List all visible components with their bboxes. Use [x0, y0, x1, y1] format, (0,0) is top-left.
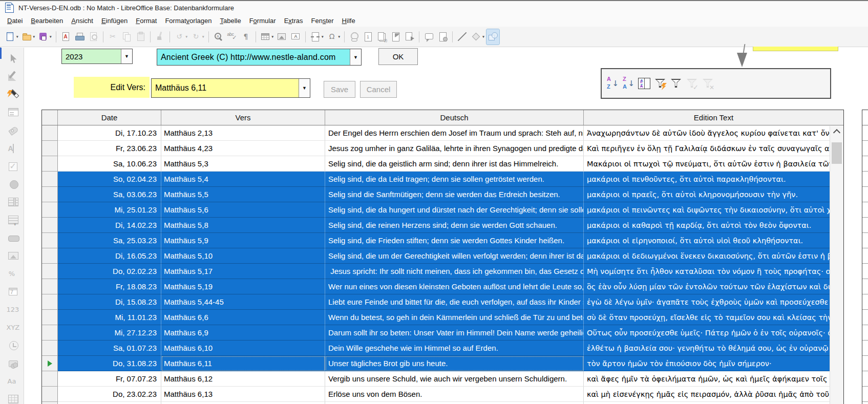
- edition-combo-dropdown-icon[interactable]: ▼: [350, 49, 361, 65]
- formatting-marks-button[interactable]: ¶▾: [240, 29, 252, 45]
- cell-vers[interactable]: Matthäus 6,6: [161, 310, 325, 325]
- wizards-toggle-button[interactable]: [5, 88, 19, 102]
- menu-formatvorlagen[interactable]: Formatvorlagen: [161, 15, 216, 26]
- cell-date[interactable]: Mi, 25.01.23: [58, 202, 161, 218]
- cell-vers[interactable]: Matthäus 4,23: [161, 141, 325, 156]
- insert-table-button[interactable]: ▾: [259, 29, 275, 45]
- header-row-selector[interactable]: [42, 110, 58, 125]
- year-combo[interactable]: 2023 ▼: [61, 49, 133, 64]
- track-changes-button[interactable]: ▾: [436, 29, 449, 45]
- cancel-button[interactable]: Cancel: [360, 81, 397, 98]
- cell-deutsch[interactable]: Vergib uns unsere Schuld, wie auch wir v…: [325, 371, 584, 387]
- verse-combo-dropdown-icon[interactable]: ▼: [299, 79, 310, 97]
- row-selector-cell[interactable]: [42, 387, 58, 402]
- insert-line-button[interactable]: ▾: [456, 29, 469, 45]
- push-button-button[interactable]: [5, 231, 19, 245]
- cell-edition-text[interactable]: ἐγὼ δὲ λέγω ὑμῖν· ἀγαπᾶτε τοὺς ἐχθροὺς ὑ…: [584, 294, 843, 310]
- cell-date[interactable]: Fr, 18.08.23: [58, 279, 161, 294]
- row-selector-cell[interactable]: [42, 156, 58, 172]
- table-row[interactable]: Do, 02.02.23 Matthäus 5,17 Jesus spricht…: [42, 264, 843, 279]
- cell-date[interactable]: Sa, 01.07.23: [58, 341, 161, 356]
- menu-formular[interactable]: Formular: [245, 15, 280, 26]
- row-selector-cell[interactable]: [42, 356, 58, 371]
- table-row[interactable]: So, 02.04.23 Matthäus 5,4 Selig sind, di…: [42, 172, 843, 187]
- cell-date[interactable]: Do, 23.02.23: [58, 387, 161, 402]
- cell-edition-text[interactable]: Μακάριοι οἱ πτωχοὶ τῷ πνεύματι, ὅτι αὐτῶ…: [584, 156, 843, 172]
- row-selector-cell[interactable]: [42, 264, 58, 279]
- cell-vers[interactable]: Matthäus 6,12: [161, 371, 325, 387]
- cell-date[interactable]: Di, 14.02.23: [58, 218, 161, 233]
- year-combo-dropdown-icon[interactable]: ▼: [121, 49, 132, 63]
- cell-date[interactable]: Mi, 27.12.23: [58, 325, 161, 341]
- save-button[interactable]: Save: [324, 81, 355, 98]
- menu-fenster[interactable]: Fenster: [307, 15, 338, 26]
- table-row[interactable]: Do, 23.02.23 Matthäus 6,13 Erlöse uns vo…: [42, 387, 843, 402]
- cell-deutsch[interactable]: Darum sollt ihr so beten: Unser Vater im…: [325, 325, 584, 341]
- dropdown-caret-icon[interactable]: ▾: [482, 35, 484, 39]
- cell-date[interactable]: So, 02.04.23: [58, 172, 161, 187]
- table-row[interactable]: Fr, 07.07.23 Matthäus 6,12 Vergib uns un…: [42, 371, 843, 387]
- cell-date[interactable]: Di, 15.08.23: [58, 294, 161, 310]
- menu-hilfe[interactable]: Hilfe: [338, 15, 359, 26]
- cell-edition-text[interactable]: μακάριοι οἱ πραεῖς, ὅτι αὐτοὶ κληρονομήσ…: [584, 187, 843, 202]
- menu-ansicht[interactable]: Ansicht: [67, 15, 97, 26]
- cell-vers[interactable]: Matthäus 5,17: [161, 264, 325, 279]
- cell-vers[interactable]: Matthäus 6,13: [161, 387, 325, 402]
- dropdown-caret-icon[interactable]: ▾: [33, 35, 35, 39]
- row-selector-cell[interactable]: [42, 310, 58, 325]
- dropdown-caret-icon[interactable]: ▾: [186, 35, 188, 39]
- cell-edition-text[interactable]: μακάριοι οἱ εἰρηνοποιοί, ὅτι αὐτοὶ υἱοὶ …: [584, 233, 843, 248]
- cell-vers[interactable]: Matthäus 5,19: [161, 279, 325, 294]
- menu-extras[interactable]: Extras: [280, 15, 307, 26]
- insert-hyperlink-button[interactable]: ▾: [348, 29, 361, 45]
- undo-button[interactable]: ↺▾: [173, 29, 189, 45]
- row-selector-cell[interactable]: [42, 233, 58, 248]
- cell-edition-text[interactable]: Μὴ νομίσητε ὅτι ἦλθον καταλῦσαι τὸν νόμο…: [584, 264, 843, 279]
- cell-deutsch[interactable]: [325, 402, 584, 404]
- cell-deutsch[interactable]: Jesus zog umher in ganz Galiläa, lehrte …: [325, 141, 584, 156]
- cell-edition-text[interactable]: μακάριοι οἱ καθαροὶ τῇ καρδίᾳ, ὅτι αὐτοὶ…: [584, 218, 843, 233]
- table-row[interactable]: Sa, 25.03.23 Matthäus 5,9 Selig sind, di…: [42, 233, 843, 248]
- sort-descending-button[interactable]: [622, 77, 635, 90]
- cell-vers[interactable]: Matthäus 6,10: [161, 341, 325, 356]
- cell-deutsch[interactable]: Liebt eure Feinde und bittet für die, di…: [325, 294, 584, 310]
- insert-bookmark-button[interactable]: ▾: [389, 29, 402, 45]
- pattern-field-button[interactable]: XYZ: [5, 321, 19, 335]
- row-selector-cell[interactable]: [42, 371, 58, 387]
- row-selector-cell[interactable]: [42, 279, 58, 294]
- table-vertical-scrollbar[interactable]: [830, 126, 843, 404]
- table-row[interactable]: Di, 14.02.23 Matthäus 5,8 Selig sind, di…: [42, 218, 843, 233]
- insert-cross-reference-button[interactable]: ▾: [403, 29, 416, 45]
- cell-vers[interactable]: Matthäus 5,8: [161, 218, 325, 233]
- show-draw-functions-button[interactable]: ▾: [486, 29, 499, 45]
- cell-date[interactable]: Di, 17.10.23: [58, 125, 161, 141]
- ok-button[interactable]: OK: [378, 48, 418, 65]
- print-preview-button[interactable]: ▾: [87, 29, 100, 45]
- table-row[interactable]: Mi, 25.01.23 Matthäus 5,6 Selig sind, di…: [42, 202, 843, 218]
- combo-box-button[interactable]: [5, 213, 19, 227]
- print-button[interactable]: ▾: [73, 29, 86, 45]
- standard-filter-button[interactable]: [669, 77, 683, 90]
- special-character-button[interactable]: Ω▾: [326, 29, 342, 45]
- cell-date[interactable]: [58, 402, 161, 404]
- menu-datei[interactable]: Datei: [3, 15, 27, 26]
- table-row[interactable]: Mi, 11.01.23 Matthäus 6,6 Wenn du betest…: [42, 310, 843, 325]
- cell-edition-text[interactable]: καὶ ἄφες ἡμῖν τὰ ὀφειλήματα ἡμῶν, ὡς καὶ…: [584, 371, 843, 387]
- table-row[interactable]: Sa, 01.07.23 Matthäus 6,10 Dein Wille ge…: [42, 341, 843, 356]
- cell-edition-text[interactable]: Οὕτως οὖν προσεύχεσθε ὑμεῖς· Πάτερ ἡμῶν …: [584, 325, 843, 341]
- cell-vers[interactable]: Matthäus 5,3: [161, 156, 325, 172]
- cell-date[interactable]: Do, 02.02.23: [58, 264, 161, 279]
- cell-vers[interactable]: Matthäus 5,4: [161, 172, 325, 187]
- cell-edition-text[interactable]: ὃς ἐὰν οὖν λύσῃ μίαν τῶν ἐντολῶν τούτων …: [584, 279, 843, 294]
- table-row[interactable]: Fr, 23.06.23 Matthäus 4,23 Jesus zog umh…: [42, 141, 843, 156]
- table-row[interactable]: [42, 402, 843, 404]
- list-box-button[interactable]: [5, 195, 19, 209]
- table-row[interactable]: Di, 15.08.23 Matthäus 5,44-45 Liebt eure…: [42, 294, 843, 310]
- spelling-button[interactable]: ▾: [226, 29, 239, 45]
- cell-vers[interactable]: Matthäus 5,44-45: [161, 294, 325, 310]
- row-selector-cell[interactable]: [42, 187, 58, 202]
- row-selector-cell[interactable]: [42, 125, 58, 141]
- sort-button[interactable]: [638, 77, 651, 90]
- dropdown-caret-icon[interactable]: ▾: [322, 35, 324, 39]
- header-edition-text[interactable]: Edition Text: [584, 110, 843, 125]
